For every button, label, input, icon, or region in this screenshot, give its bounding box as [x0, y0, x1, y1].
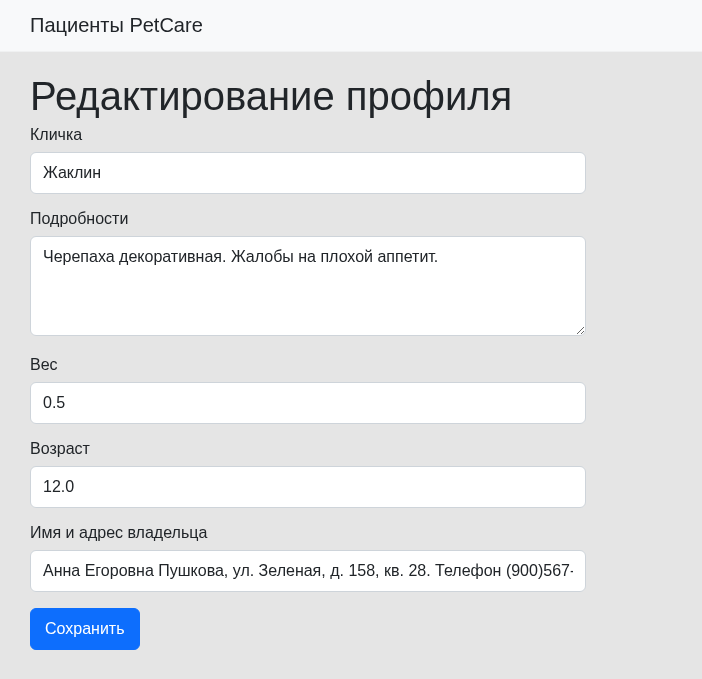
- form-group-owner: Имя и адрес владельца: [30, 524, 672, 592]
- form-group-name: Кличка: [30, 126, 672, 194]
- name-input[interactable]: [30, 152, 586, 194]
- weight-input[interactable]: [30, 382, 586, 424]
- main-container: Редактирование профиля Кличка Подробност…: [0, 52, 702, 679]
- form-group-age: Возраст: [30, 440, 672, 508]
- age-input[interactable]: [30, 466, 586, 508]
- form-group-details: Подробности Черепаха декоративная. Жалоб…: [30, 210, 672, 340]
- edit-profile-form: Кличка Подробности Черепаха декоративная…: [30, 126, 672, 650]
- age-label: Возраст: [30, 440, 672, 458]
- form-group-weight: Вес: [30, 356, 672, 424]
- brand-title[interactable]: Пациенты PetCare: [30, 14, 203, 36]
- page-title: Редактирование профиля: [30, 72, 672, 120]
- save-button[interactable]: Сохранить: [30, 608, 140, 650]
- owner-label: Имя и адрес владельца: [30, 524, 672, 542]
- weight-label: Вес: [30, 356, 672, 374]
- header-bar: Пациенты PetCare: [0, 0, 702, 52]
- details-textarea[interactable]: Черепаха декоративная. Жалобы на плохой …: [30, 236, 586, 336]
- details-label: Подробности: [30, 210, 672, 228]
- owner-input[interactable]: [30, 550, 586, 592]
- name-label: Кличка: [30, 126, 672, 144]
